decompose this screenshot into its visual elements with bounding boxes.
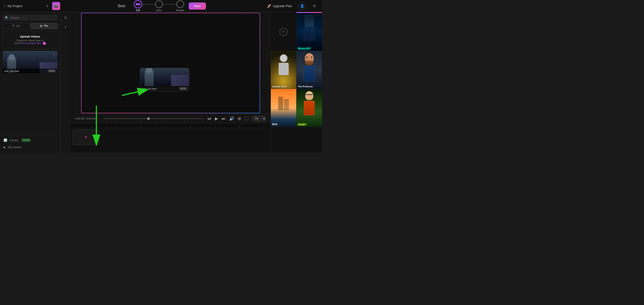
timeline-ruler [71,124,270,128]
wf-step-edit: Edit [134,0,142,12]
vpt-info: test_clip.mp4 00:02 [140,86,189,91]
wf-circle-render [176,0,184,8]
wf-label-render: Render [176,9,184,12]
add-char-circle: + [280,28,288,36]
left-icon-sidebar: ⊞ ✦ [60,12,71,152]
character-grid: + BEasty BOT [271,13,322,127]
search-icon: 🔍 [5,16,8,19]
add-character-button[interactable]: + [271,13,296,51]
video-preview-tooltip: test_clip.mp4 00:02 [140,68,189,91]
nav-center: Beta Edit Actor Render Next [64,0,260,12]
upload-title: Upload Videos [6,35,54,38]
user-icon: 👤 [300,4,304,8]
storyboard-button[interactable]: ⊞ [238,116,241,121]
character-card-beasty-bot[interactable]: BEasty BOT [296,13,322,51]
character-card-dummy-robot[interactable]: dummy robot [271,51,296,89]
character-card-bob[interactable]: Bob [271,89,296,127]
wf-line-1 [142,4,155,5]
char-name-sandy: SANDY [296,122,322,127]
progress-thumb [147,117,150,120]
tile-menu-icon[interactable]: ⋮ [52,52,56,56]
add-clip-icon: + [84,134,88,140]
character-card-professor[interactable]: The Professor [296,51,322,89]
sidebar-top: 🔍 ☰ List ⊞ Tile Upload Videos Drag your … [0,12,60,135]
volume-button[interactable]: 🔊 [229,116,234,121]
search-box: 🔍 [3,15,58,21]
layout-icon-btn[interactable]: ⊞ [62,14,70,21]
header: ⌂ My Project ≡ 🎬 Beta Edit Actor [0,0,322,12]
add-char-icon: + [282,29,285,34]
wf-step-render: Render [176,0,184,12]
skip-forward-button[interactable]: ⏭ [222,116,226,121]
my-assets-label: My Assets [8,145,21,149]
search-input[interactable] [10,16,55,19]
user-profile-button[interactable]: 👤 [298,2,306,10]
my-assets-nav-item[interactable]: ▶ My Assets [3,144,58,151]
time-display: 0:00.00 / 0:00.00 [75,117,100,120]
wf-line-2 [163,4,176,5]
sidebar-bottom: 📊 Library SOON ▶ My Assets [0,135,60,152]
view-toggle: ☰ List ⊞ Tile [3,23,58,29]
timeline: + [71,123,270,152]
char-name-bob: Bob [271,122,296,127]
tile-duration: 00:00 [48,69,56,72]
upload-link[interactable]: here to browse files. [20,42,42,44]
vpt-bg-shape [171,75,189,86]
right-panel: + BEasty BOT [270,12,322,152]
char-name-dummy-robot: dummy robot [271,84,296,89]
rocket-icon: 🚀 [267,4,272,8]
ruler-marks [72,124,269,128]
character-card-sandy[interactable]: SANDY [296,89,322,127]
home-icon: ⌂ [4,4,6,8]
video-player [81,13,260,113]
wf-step-actor: Actor [155,0,163,12]
info-icon: i [43,42,46,45]
list-icon: ☰ [12,24,14,27]
next-button[interactable]: Next [189,2,206,9]
char-name-professor: The Professor [296,84,322,89]
char-name-beasty-bot: BEasty BOT [296,46,322,51]
vpt-duration: 00:02 [179,87,187,90]
library-label: Library [10,139,18,142]
fit-select[interactable]: Fit Fill 1:1 16:9 [252,116,266,122]
player-controls: 0:00.00 / 0:00.00 ⏮ ▶ ⏭ 🔊 ⊞ ⛶ Fit Fill 1… [71,114,270,123]
tile-name: test_clip.mp4 [4,70,19,72]
list-view-button[interactable]: ☰ List [3,23,30,29]
wf-label-edit: Edit [136,9,140,12]
upgrade-plan-button[interactable]: 🚀 Upgrade Plan [267,4,292,8]
grid-icon: ⊞ [40,24,42,27]
wf-label-actor: Actor [156,9,162,12]
library-soon-badge: SOON [22,139,31,142]
wf-circle-actor [155,0,163,8]
library-icon: 📊 [4,139,7,142]
upload-sub-2: click [14,42,20,44]
beta-label: Beta [118,4,125,8]
hamburger-icon[interactable]: ≡ [46,4,48,8]
main-content: 🔍 ☰ List ⊞ Tile Upload Videos Drag your … [0,12,322,152]
video-player-container [71,12,270,114]
upload-sub-1: Drag your videos here or [16,39,44,42]
sidebar: 🔍 ☰ List ⊞ Tile Upload Videos Drag your … [0,12,60,152]
library-nav-item[interactable]: 📊 Library SOON [3,137,58,144]
vpt-person [145,70,154,86]
add-clip-button[interactable]: + [72,129,99,145]
tile-view-button[interactable]: ⊞ Tile [31,23,58,29]
tile-info: test_clip.mp4 00:00 [3,69,58,73]
progress-bar[interactable] [103,118,204,119]
film-icon-btn[interactable]: 🎬 [52,2,60,10]
video-tile-1[interactable]: test_clip.mp4 00:00 ⋮ [3,51,58,73]
vpt-name: test_clip.mp4 [142,87,156,90]
workflow-steps: Edit Actor Render [134,0,184,12]
editor-area: test_clip.mp4 00:02 0:00.00 / 0:00.00 [71,12,270,152]
skip-back-button[interactable]: ⏮ [207,116,211,121]
play-button[interactable]: ▶ [215,116,218,121]
vpt-thumb [140,68,189,86]
vpt-thumb-content [140,68,189,86]
magic-icon-btn[interactable]: ✦ [62,23,70,31]
settings-icon-btn[interactable]: ⚙ [310,2,318,10]
upload-area[interactable]: Upload Videos Drag your videos here or c… [3,31,58,49]
wf-circle-edit [134,0,142,8]
header-left: ⌂ My Project ≡ [4,4,48,8]
fullscreen-button[interactable]: ⛶ [245,116,249,121]
upgrade-label: Upgrade Plan [273,4,292,8]
